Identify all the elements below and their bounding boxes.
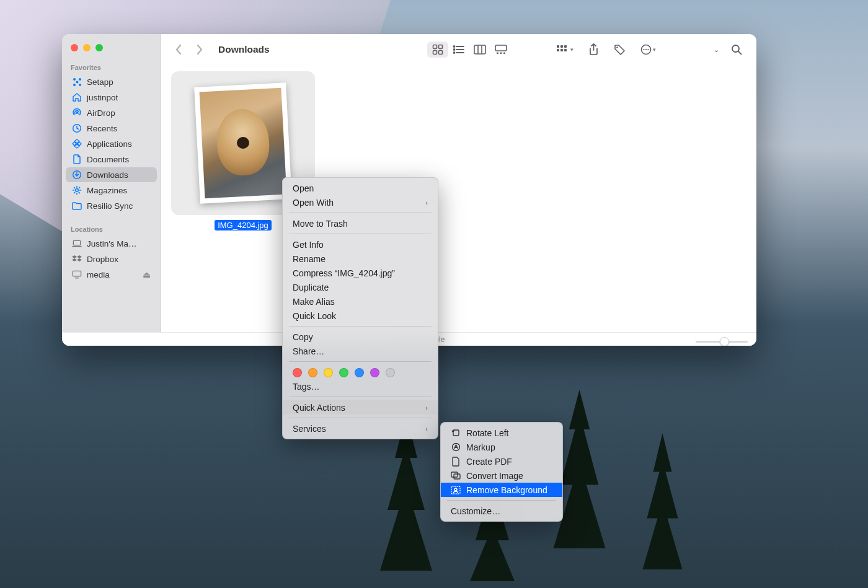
svg-rect-26: [500, 53, 502, 55]
menu-item-share[interactable]: Share…: [283, 344, 438, 358]
group-by-button[interactable]: ▾: [554, 43, 577, 57]
sidebar-item-resilio-sync[interactable]: Resilio Sync: [66, 198, 157, 213]
svg-rect-27: [503, 53, 505, 55]
tag-color[interactable]: [370, 368, 379, 377]
svg-rect-25: [497, 53, 498, 55]
view-icon-button[interactable]: [427, 42, 448, 58]
submenu-arrow-icon: ›: [425, 425, 428, 432]
sidebar-item-airdrop[interactable]: AirDrop: [66, 105, 157, 120]
view-list-button[interactable]: [448, 42, 469, 58]
svg-rect-45: [451, 486, 460, 494]
view-gallery-button[interactable]: [490, 42, 512, 58]
menu-item-label: Markup: [466, 442, 495, 452]
menu-item-copy[interactable]: Copy: [283, 330, 438, 344]
eject-icon[interactable]: ⏏: [143, 270, 151, 279]
sidebar-item-label: AirDrop: [87, 108, 115, 118]
svg-rect-29: [560, 45, 563, 48]
menu-item-open[interactable]: Open: [283, 181, 438, 195]
svg-rect-14: [439, 51, 443, 55]
menu-item-label: Quick Actions: [293, 403, 345, 413]
tag-color[interactable]: [355, 368, 364, 377]
sidebar-section-locations: Locations: [62, 223, 161, 235]
sidebar-item-label: Setapp: [87, 77, 113, 87]
menu-item-quick-look[interactable]: Quick Look: [283, 309, 438, 323]
minimize-button[interactable]: [83, 44, 91, 51]
svg-point-39: [732, 45, 739, 52]
tag-color[interactable]: [293, 368, 302, 377]
menu-item-tags[interactable]: Tags…: [283, 379, 438, 393]
main-pane: Downloads ▾ ▾ ⌄ IMG_4204.jpg: [161, 34, 756, 346]
sidebar-item-recents[interactable]: Recents: [66, 121, 157, 136]
tag-color[interactable]: [386, 368, 395, 377]
svg-point-5: [76, 112, 78, 114]
menu-item-services[interactable]: Services›: [283, 421, 438, 436]
quick-action-remove-background[interactable]: Remove Background: [441, 483, 562, 497]
tags-button[interactable]: [611, 42, 629, 58]
svg-point-46: [454, 488, 457, 491]
sidebar-item-downloads[interactable]: Downloads: [66, 167, 157, 182]
zoom-slider[interactable]: [696, 341, 748, 343]
search-button[interactable]: [728, 42, 745, 58]
tag-color[interactable]: [308, 368, 317, 377]
apps-icon: [72, 139, 82, 149]
chevron-down-icon[interactable]: ⌄: [714, 46, 719, 54]
menu-item-label: Get Info: [293, 240, 324, 250]
zoom-knob[interactable]: [720, 337, 729, 346]
tag-color[interactable]: [339, 368, 348, 377]
airdrop-icon: [72, 108, 82, 118]
sidebar: Favorites SetappjustinpotAirDropRecentsA…: [62, 34, 161, 346]
menu-separator: [289, 397, 432, 397]
menu-item-get-info[interactable]: Get Info: [283, 237, 438, 252]
svg-point-0: [73, 78, 76, 81]
svg-rect-32: [560, 49, 563, 51]
quick-action-markup[interactable]: Markup: [441, 440, 562, 454]
sidebar-item-label: media: [87, 270, 110, 279]
sidebar-item-magazines[interactable]: Magazines: [66, 183, 157, 198]
quick-action-customize[interactable]: Customize…: [441, 504, 562, 518]
svg-rect-31: [557, 49, 559, 51]
sidebar-item-label: Recents: [87, 124, 118, 133]
sidebar-item-label: Justin's Ma…: [87, 239, 137, 248]
sidebar-item-label: Downloads: [87, 170, 128, 180]
sidebar-item-dropbox[interactable]: Dropbox: [66, 252, 157, 266]
menu-item-make-alias[interactable]: Make Alias: [283, 294, 438, 309]
toolbar-title: Downloads: [218, 44, 270, 55]
back-button[interactable]: [172, 42, 185, 58]
sidebar-item-label: Documents: [87, 155, 129, 164]
quick-action-create-pdf[interactable]: Create PDF: [441, 454, 562, 468]
menu-item-label: Remove Background: [466, 485, 547, 495]
svg-rect-10: [73, 271, 81, 276]
sidebar-item-setapp[interactable]: Setapp: [66, 74, 157, 89]
svg-rect-13: [433, 51, 437, 55]
fullscreen-button[interactable]: [95, 44, 103, 51]
menu-item-move-to-trash[interactable]: Move to Trash: [283, 216, 438, 230]
sidebar-item-applications[interactable]: Applications: [66, 136, 157, 151]
file-name-label[interactable]: IMG_4204.jpg: [215, 220, 272, 230]
sidebar-item-justin-s-ma-[interactable]: Justin's Ma…: [66, 236, 157, 251]
convert-icon: [451, 471, 461, 481]
content-area[interactable]: IMG_4204.jpg: [161, 65, 756, 346]
close-button[interactable]: [71, 44, 78, 51]
view-column-button[interactable]: [469, 42, 490, 58]
svg-point-8: [76, 189, 79, 192]
menu-item-quick-actions[interactable]: Quick Actions›: [283, 400, 438, 415]
svg-line-40: [738, 51, 742, 55]
menu-item-duplicate[interactable]: Duplicate: [283, 280, 438, 294]
menu-item-rename[interactable]: Rename: [283, 252, 438, 266]
sidebar-item-justinpot[interactable]: justinpot: [66, 90, 157, 105]
forward-button[interactable]: [193, 42, 206, 58]
sidebar-item-media[interactable]: media⏏: [66, 267, 157, 282]
tag-color[interactable]: [324, 368, 333, 377]
menu-item-label: Open: [293, 183, 314, 193]
menu-item-compress-img-4204-jpg[interactable]: Compress “IMG_4204.jpg”: [283, 266, 438, 280]
quick-action-convert-image[interactable]: Convert Image: [441, 468, 562, 483]
share-button[interactable]: [585, 41, 602, 58]
menu-item-open-with[interactable]: Open With›: [283, 195, 438, 209]
svg-point-38: [647, 49, 649, 50]
sidebar-item-label: Magazines: [87, 186, 127, 195]
quick-action-rotate-left[interactable]: Rotate Left: [441, 426, 562, 440]
svg-rect-30: [564, 45, 567, 48]
sidebar-item-documents[interactable]: Documents: [66, 152, 157, 167]
more-button[interactable]: ▾: [637, 42, 659, 58]
context-menu: OpenOpen With›Move to TrashGet InfoRenam…: [282, 177, 438, 439]
